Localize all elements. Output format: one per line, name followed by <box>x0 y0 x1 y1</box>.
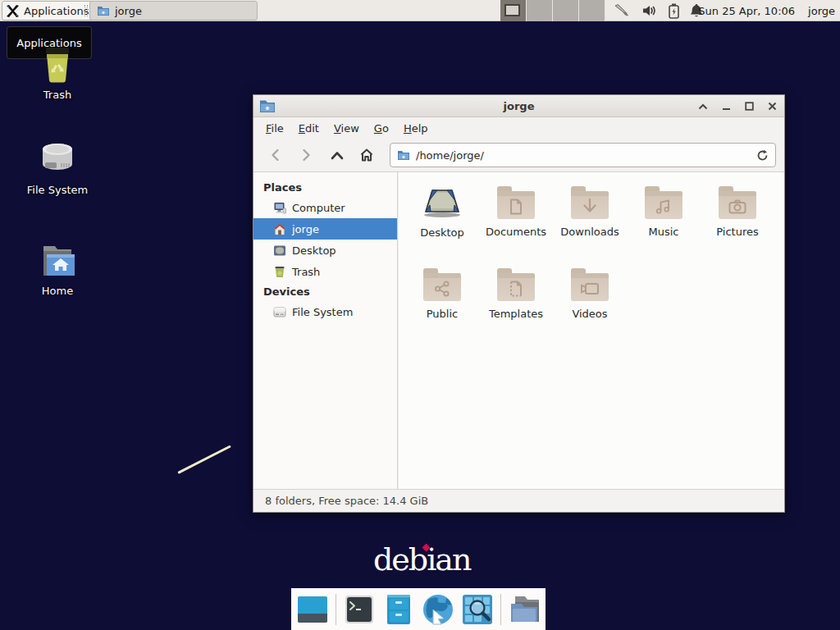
file-item-desktop[interactable]: Desktop <box>405 180 479 262</box>
file-item-music[interactable]: Music <box>627 180 701 262</box>
workspace-window-preview <box>504 4 520 16</box>
web-browser-globe-icon <box>422 593 454 626</box>
folder-icon <box>497 273 535 301</box>
directory-folder-icon <box>509 596 540 623</box>
application-finder-launcher[interactable] <box>461 591 494 628</box>
sidebar-item-jorge[interactable]: jorge <box>253 218 397 240</box>
workspace-1[interactable] <box>500 0 527 21</box>
menu-view[interactable]: View <box>326 120 367 137</box>
desktop-icon-label: Home <box>42 285 73 297</box>
up-button[interactable] <box>326 144 349 167</box>
reload-icon[interactable] <box>756 149 769 162</box>
show-desktop-button[interactable] <box>296 591 329 628</box>
workspace-2[interactable] <box>527 0 553 21</box>
file-item-pictures[interactable]: Pictures <box>701 180 774 262</box>
web-browser-launcher[interactable] <box>422 591 454 628</box>
toolbar: /home/jorge/ <box>253 139 784 172</box>
sidebar-item-trash[interactable]: Trash <box>253 261 397 282</box>
desktop-icon-home[interactable]: Home <box>18 242 97 297</box>
desktop-icon-trash[interactable]: Trash <box>18 43 97 101</box>
dock-panel <box>291 588 546 630</box>
battery-icon[interactable] <box>669 3 679 19</box>
shade-button[interactable] <box>697 101 709 112</box>
desktop-icon-label: File System <box>27 184 88 196</box>
session-username[interactable]: jorge <box>808 5 835 17</box>
volume-icon[interactable] <box>642 4 658 17</box>
file-item-videos[interactable]: Videos <box>553 262 627 345</box>
forward-button[interactable] <box>294 144 317 167</box>
location-path[interactable]: /home/jorge/ <box>416 149 751 162</box>
file-item-downloads[interactable]: Downloads <box>553 180 627 262</box>
panel-clock-area: Sun 25 Apr, 10:06 jorge <box>698 0 835 21</box>
sidebar-item-computer[interactable]: Computer <box>253 197 397 218</box>
trash-small-icon <box>273 266 286 278</box>
home-button[interactable] <box>355 144 378 167</box>
file-manager-launcher[interactable] <box>382 591 415 628</box>
close-button[interactable] <box>766 101 778 112</box>
file-item-label: Documents <box>486 226 546 238</box>
file-item-label: Music <box>649 226 679 238</box>
file-list-view[interactable]: Desktop Documents Downloads <box>399 172 784 489</box>
folder-icon <box>645 191 682 219</box>
clock[interactable]: Sun 25 Apr, 10:06 <box>698 5 795 17</box>
terminal-icon <box>345 595 374 624</box>
file-item-label: Downloads <box>560 226 619 238</box>
menu-edit[interactable]: Edit <box>291 120 326 137</box>
window-titlebar[interactable]: jorge <box>253 95 784 117</box>
folder-icon <box>571 191 609 219</box>
directory-menu-launcher[interactable] <box>508 591 541 628</box>
sidebar-devices-header: Devices <box>253 282 397 301</box>
wallpaper-swirl-line <box>177 445 231 473</box>
folder-icon <box>719 191 756 219</box>
file-item-label: Pictures <box>716 226 758 238</box>
location-bar[interactable]: /home/jorge/ <box>390 143 776 167</box>
computer-icon <box>273 202 286 214</box>
file-cabinet-icon <box>386 594 411 625</box>
applications-menu-label: Applications <box>24 5 89 17</box>
desktop: Applications jorge <box>0 0 840 630</box>
drive-small-icon <box>273 307 286 317</box>
workspace-switcher[interactable] <box>500 0 605 21</box>
sidebar: Places Computer jorge <box>253 172 398 489</box>
file-manager-window: jorge File Edit View Go Help <box>253 94 785 513</box>
trash-icon <box>36 43 79 84</box>
xfce-logo-icon <box>6 4 20 18</box>
applications-menu-button[interactable]: Applications <box>2 1 96 21</box>
app-finder-icon <box>462 594 493 625</box>
sidebar-item-label: File System <box>292 306 353 318</box>
back-button[interactable] <box>263 144 286 167</box>
file-item-label: Videos <box>572 308 607 320</box>
workspace-4[interactable] <box>579 0 605 21</box>
file-item-label: Desktop <box>420 226 464 239</box>
file-item-templates[interactable]: Templates <box>479 262 553 345</box>
minimize-button[interactable] <box>720 101 732 112</box>
folder-icon <box>571 273 609 301</box>
file-item-documents[interactable]: Documents <box>479 180 553 262</box>
menu-help[interactable]: Help <box>396 120 436 137</box>
menu-go[interactable]: Go <box>367 120 396 137</box>
sidebar-item-label: Trash <box>292 266 320 278</box>
maximize-button[interactable] <box>743 101 755 112</box>
sidebar-item-desktop[interactable]: Desktop <box>253 240 397 261</box>
desktop-icon <box>273 244 286 257</box>
window-folder-icon <box>259 98 276 113</box>
workspace-3[interactable] <box>553 0 579 21</box>
desktop-item-icon <box>419 180 465 220</box>
menu-file[interactable]: File <box>258 120 291 137</box>
drive-icon <box>36 139 79 179</box>
window-controls <box>697 95 778 117</box>
sidebar-item-file-system[interactable]: File System <box>253 301 397 322</box>
taskbar-window-button[interactable]: jorge <box>89 1 258 21</box>
file-item-label: Templates <box>489 308 543 320</box>
clipman-pen-icon[interactable] <box>614 2 632 19</box>
terminal-launcher[interactable] <box>343 591 376 628</box>
dock-separator <box>336 594 336 625</box>
sidebar-item-label: Computer <box>292 202 345 214</box>
debian-logo: debian <box>373 541 470 581</box>
sidebar-item-label: Desktop <box>292 244 336 257</box>
folder-icon <box>423 273 461 301</box>
file-item-public[interactable]: Public <box>405 262 479 345</box>
desktop-icon-filesystem[interactable]: File System <box>18 139 97 196</box>
show-desktop-icon <box>297 596 328 623</box>
location-folder-icon <box>397 149 410 161</box>
